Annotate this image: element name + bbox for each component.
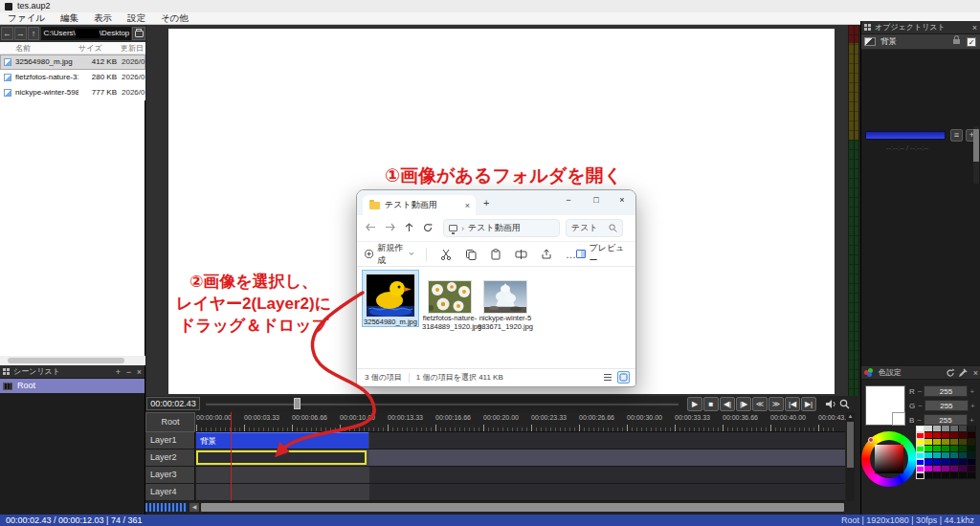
palette-swatch[interactable] [968, 466, 976, 472]
transport-button[interactable]: ▶| [801, 397, 816, 411]
menu-item[interactable]: 設定 [120, 12, 153, 24]
up-icon[interactable] [399, 223, 418, 234]
palette-swatch[interactable] [968, 426, 976, 432]
reset-color-icon[interactable] [946, 368, 955, 378]
transport-button[interactable]: ≪ [752, 397, 768, 411]
green-increment[interactable]: + [970, 402, 975, 410]
secondary-color-swatch[interactable] [892, 412, 905, 426]
palette-swatch[interactable] [968, 432, 976, 439]
open-folder-button[interactable] [132, 27, 145, 40]
layer-row-layer4[interactable]: Layer4 [145, 484, 845, 501]
menu-item[interactable]: 編集 [53, 12, 86, 24]
duck-thumbnail[interactable] [366, 274, 415, 318]
palette-swatch[interactable] [942, 452, 950, 459]
file-list-hscrollbar[interactable] [0, 356, 145, 365]
green-value[interactable]: 255 [924, 400, 969, 411]
explorer-file-item[interactable]: fietzfotos-nature-3184889_1920.jpg [422, 280, 478, 331]
column-date[interactable]: 更新日 [121, 43, 144, 54]
lock-icon[interactable] [953, 39, 960, 44]
explorer-content[interactable]: 32564980_m.jpgfietzfotos-nature-3184889_… [357, 267, 635, 368]
palette-swatch[interactable] [959, 439, 968, 446]
transport-button[interactable]: ▶ [687, 397, 702, 411]
object-duration-bar[interactable] [865, 131, 946, 140]
transport-button[interactable]: |◀ [785, 397, 800, 411]
palette-swatch[interactable] [942, 432, 950, 439]
timeline-zoom-strip[interactable] [145, 503, 188, 512]
add-scene-button[interactable]: + [113, 365, 123, 379]
palette-swatch[interactable] [916, 426, 924, 432]
close-window-button[interactable]: × [614, 193, 630, 207]
palette-swatch[interactable] [959, 426, 968, 432]
palette-swatch[interactable] [950, 472, 959, 479]
palette-swatch[interactable] [933, 426, 942, 432]
palette-swatch[interactable] [933, 446, 942, 452]
maximize-button[interactable]: □ [589, 193, 604, 207]
close-panel-icon[interactable]: × [134, 365, 145, 379]
palette-swatch[interactable] [916, 432, 924, 439]
palette-swatch[interactable] [950, 432, 959, 439]
transport-button[interactable]: ≫ [768, 397, 784, 411]
flowers-thumbnail[interactable] [428, 280, 472, 314]
palette-swatch[interactable] [942, 466, 950, 472]
transport-button[interactable]: |▶ [736, 397, 751, 411]
scroll-up-arrow[interactable]: ▲ [846, 412, 855, 420]
close-panel-icon[interactable]: × [970, 366, 980, 380]
close-panel-icon[interactable]: × [969, 21, 980, 34]
address-bar[interactable]: › テスト動画用 [443, 219, 560, 237]
red-decrement[interactable]: − [918, 387, 923, 396]
menu-item[interactable]: ファイル [0, 12, 53, 24]
layer-label[interactable]: Layer2 [145, 449, 195, 466]
scrollbar-thumb[interactable] [973, 129, 979, 162]
palette-swatch[interactable] [924, 472, 933, 479]
scrollbar-thumb[interactable] [847, 422, 854, 468]
red-increment[interactable]: + [969, 387, 974, 396]
palette-swatch[interactable] [924, 426, 933, 432]
explorer-tab[interactable]: テスト動画用 × [363, 195, 476, 215]
palette-swatch[interactable] [933, 432, 942, 439]
palette-swatch[interactable] [968, 459, 976, 466]
volume-icon[interactable] [825, 399, 836, 409]
palette-swatch[interactable] [924, 452, 933, 459]
layer-row-layer2[interactable]: Layer2 [145, 449, 845, 467]
remove-scene-button[interactable]: − [123, 365, 134, 379]
new-item-button[interactable]: 新規作成 [365, 242, 414, 267]
green-decrement[interactable]: − [918, 402, 923, 410]
palette-swatch[interactable] [959, 472, 968, 479]
menu-item[interactable]: 表示 [86, 12, 120, 24]
layer-track-project-range[interactable] [196, 484, 369, 500]
timeline-hscrollbar-thumb[interactable] [201, 503, 844, 512]
palette-swatch[interactable] [942, 446, 950, 452]
layer-label[interactable]: Layer4 [145, 484, 195, 500]
file-row[interactable]: 32564980_m.jpg412 KB2026/0 [0, 55, 145, 70]
path-field[interactable]: C:\Users\\Desktop [41, 27, 131, 40]
palette-swatch[interactable] [950, 426, 959, 432]
palette-swatch[interactable] [933, 459, 942, 466]
back-icon[interactable] [361, 223, 380, 233]
palette-swatch[interactable] [959, 432, 968, 439]
transport-button[interactable]: ■ [703, 397, 719, 411]
breadcrumb[interactable]: テスト動画用 [468, 222, 521, 234]
file-row[interactable]: nickype-winter-598...777 KB2026/0 [0, 85, 145, 100]
layer-row-layer3[interactable]: Layer3 [145, 467, 845, 484]
blue-decrement[interactable]: − [917, 416, 922, 425]
explorer-file-item[interactable]: 32564980_m.jpg [363, 271, 418, 326]
palette-swatch[interactable] [942, 439, 950, 446]
timeline-ruler[interactable]: Root 00:00:00.0000:00:03.3300:00:06.6600… [145, 412, 845, 432]
share-icon[interactable] [541, 249, 552, 260]
palette-swatch[interactable] [942, 459, 950, 466]
blue-value[interactable]: 255 [924, 414, 968, 426]
forward-icon[interactable] [380, 223, 399, 233]
rename-icon[interactable] [515, 249, 527, 260]
thumbnail-view-icon[interactable] [617, 371, 630, 384]
palette-swatch[interactable] [968, 472, 976, 479]
root-scene-button[interactable]: Root [145, 412, 195, 432]
layer-track-project-range[interactable] [196, 467, 369, 483]
playhead[interactable] [231, 412, 232, 501]
saturation-value-square[interactable] [875, 445, 903, 473]
palette-swatch[interactable] [924, 446, 933, 452]
scrollbar-thumb[interactable] [8, 358, 124, 363]
palette-swatch[interactable] [933, 439, 942, 446]
clip-background[interactable]: 背景 [196, 432, 368, 449]
palette-swatch[interactable] [959, 459, 968, 466]
seek-bar-track[interactable] [206, 403, 679, 405]
